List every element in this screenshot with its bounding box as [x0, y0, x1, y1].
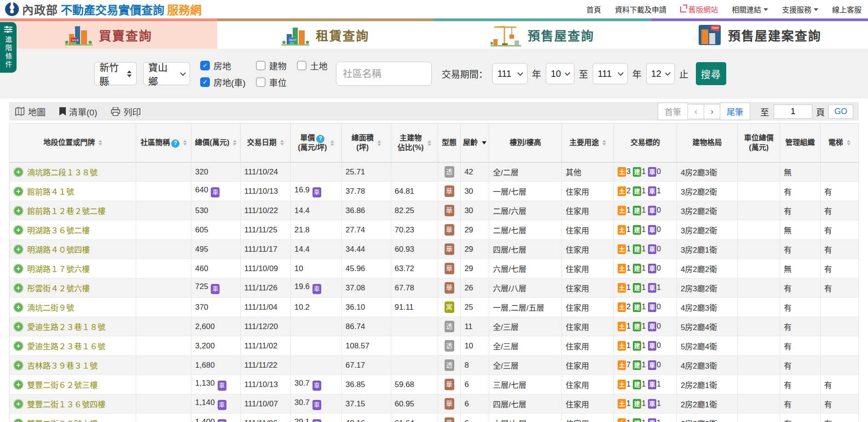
- type-cell: 透: [438, 317, 461, 336]
- address-cell: +明湖路４０號四樓: [10, 240, 136, 259]
- address-link[interactable]: 明湖路１７號六樓: [27, 263, 90, 274]
- site-logo[interactable]: 內政部 不動產交易實價查詢 服務網: [5, 1, 202, 17]
- land-target-badge: 土: [618, 360, 626, 370]
- saved-list-button[interactable]: 清單(0): [59, 105, 97, 118]
- build-target-badge: 建: [633, 283, 641, 293]
- expand-row-button[interactable]: +: [13, 283, 23, 293]
- expand-row-button[interactable]: +: [13, 302, 23, 312]
- targets-cell: 土1建1車0: [614, 240, 677, 259]
- checkbox-parking[interactable]: 車位: [256, 76, 287, 88]
- column-header-unit_price[interactable]: 單價?(萬元/坪): [290, 124, 341, 162]
- build-target-badge: 建: [633, 206, 641, 215]
- map-view-button[interactable]: 地圖: [15, 105, 46, 118]
- address-link[interactable]: 愛迪生路２３巷１８號: [27, 321, 105, 332]
- address-link[interactable]: 彤雲街４２號六樓: [27, 282, 90, 294]
- print-button[interactable]: 列印: [111, 105, 141, 118]
- address-link[interactable]: 雙豐二街６２號三樓: [27, 379, 98, 390]
- address-link[interactable]: 湳坑路二段１３８號: [27, 166, 98, 178]
- address-link[interactable]: 館前路４１號: [27, 185, 74, 197]
- column-header-community[interactable]: 社區簡稱?: [136, 124, 191, 162]
- period-label: 交易期間：: [442, 67, 488, 81]
- from-month-select[interactable]: 10: [546, 63, 574, 84]
- elevator-cell: 有: [820, 240, 858, 259]
- sort-arrows-icon: [183, 140, 187, 145]
- checkbox-land[interactable]: 土地: [297, 59, 328, 72]
- column-header-elevator[interactable]: 電梯: [820, 124, 858, 162]
- age-cell: 25: [461, 298, 489, 317]
- nav-item-1[interactable]: 資料下載及申請: [615, 4, 666, 15]
- community-name-input[interactable]: [336, 62, 432, 86]
- car-target-badge: 車: [648, 341, 656, 351]
- column-header-address[interactable]: 地段位置或門牌: [10, 124, 136, 162]
- district-select[interactable]: 寶山鄉: [143, 62, 190, 85]
- address-link[interactable]: 吉林路３９巷３１號: [27, 359, 98, 371]
- expand-row-button[interactable]: +: [13, 380, 23, 390]
- column-header-area[interactable]: 總面積(坪): [341, 124, 391, 162]
- address-link[interactable]: 湳坑二街９號: [27, 301, 74, 313]
- address-link[interactable]: 明湖路３６號二樓: [27, 224, 90, 236]
- address-link[interactable]: 愛迪生路２３巷１６號: [27, 340, 105, 352]
- column-header-main_ratio[interactable]: 主建物佔比(%): [391, 124, 438, 162]
- nav-item-4[interactable]: 支援服務: [782, 4, 818, 15]
- address-link[interactable]: 雙豐二街１３６號四樓: [27, 398, 105, 410]
- expand-row-button[interactable]: +: [13, 167, 23, 177]
- address-link[interactable]: 雙豐二街９０號六樓: [27, 417, 98, 422]
- expand-row-button[interactable]: +: [13, 418, 23, 422]
- checkbox-house-land-parking[interactable]: ✓ 房地(車): [200, 76, 246, 88]
- community-cell: [136, 298, 191, 317]
- expand-row-button[interactable]: +: [13, 341, 23, 351]
- nav-item-0[interactable]: 首頁: [586, 4, 601, 15]
- mgmt-cell: 有: [780, 375, 821, 394]
- area-cell: 36.10: [341, 298, 391, 317]
- help-icon[interactable]: ?: [171, 139, 179, 148]
- next-page-button[interactable]: ›: [704, 104, 720, 119]
- go-button[interactable]: GO: [828, 104, 853, 119]
- column-header-usage[interactable]: 主要用途: [562, 124, 614, 162]
- column-header-total_price[interactable]: 總價(萬元): [191, 124, 241, 162]
- expand-row-button[interactable]: +: [13, 225, 23, 235]
- age-cell: 8: [461, 356, 489, 375]
- tab-presale-project-query[interactable]: New 預售屋建案查詢: [651, 18, 868, 49]
- expand-row-button[interactable]: +: [13, 322, 23, 332]
- to-year-select[interactable]: 111: [593, 63, 628, 84]
- column-header-age[interactable]: 屋齡: [461, 124, 489, 162]
- expand-row-button[interactable]: +: [13, 206, 23, 216]
- total_price-cell: 1,680: [191, 356, 241, 375]
- land-target-badge: 土: [618, 244, 626, 254]
- from-year-select[interactable]: 111: [492, 63, 527, 84]
- expand-row-button[interactable]: +: [13, 264, 23, 274]
- address-link[interactable]: 館前路１２巷２號二樓: [27, 205, 105, 216]
- parking_price-cell: [738, 259, 780, 278]
- checkbox-house-land[interactable]: ✓ 房地: [200, 59, 246, 72]
- build-target-badge: 建: [633, 167, 641, 177]
- address-link[interactable]: 明湖路４０號四樓: [27, 243, 90, 255]
- search-button[interactable]: 搜尋: [696, 62, 726, 85]
- expand-row-button[interactable]: +: [13, 186, 23, 197]
- main_ratio-cell: 63.72: [391, 259, 438, 278]
- to-month-select[interactable]: 12: [646, 63, 675, 84]
- nav-item-5[interactable]: 線上客服: [832, 4, 862, 15]
- expand-row-button[interactable]: +: [13, 360, 23, 370]
- building-type-badge: 華: [445, 185, 454, 197]
- type-cell: 華: [438, 414, 461, 422]
- tab-rent-query[interactable]: RENT 租賃查詢: [217, 18, 434, 49]
- tab-sale-query[interactable]: SALE 買賣查詢: [0, 18, 217, 49]
- expand-row-button[interactable]: +: [13, 399, 23, 409]
- column-header-date[interactable]: 交易日期: [240, 124, 290, 162]
- tab-presale-query[interactable]: 預售屋查詢: [434, 18, 651, 49]
- help-icon[interactable]: ?: [316, 135, 324, 143]
- checkbox-building[interactable]: 建物: [256, 59, 287, 72]
- first-page-button[interactable]: 首筆: [658, 103, 688, 120]
- floor-cell: 全/三層: [489, 356, 562, 375]
- last-page-button[interactable]: 尾筆: [720, 103, 750, 120]
- build-target-badge: 建: [633, 244, 641, 254]
- advanced-filter-button[interactable]: 進階條件: [0, 22, 17, 73]
- car-target-badge: 車: [648, 418, 656, 422]
- elevator-cell: 有: [820, 182, 858, 201]
- page-number-input[interactable]: [774, 104, 812, 119]
- nav-item-3[interactable]: 相關連結: [732, 4, 768, 15]
- county-select[interactable]: 新竹縣: [94, 62, 137, 85]
- nav-item-2[interactable]: 舊版網站: [680, 4, 718, 15]
- expand-row-button[interactable]: +: [13, 244, 23, 254]
- prev-page-button[interactable]: ‹: [688, 104, 704, 119]
